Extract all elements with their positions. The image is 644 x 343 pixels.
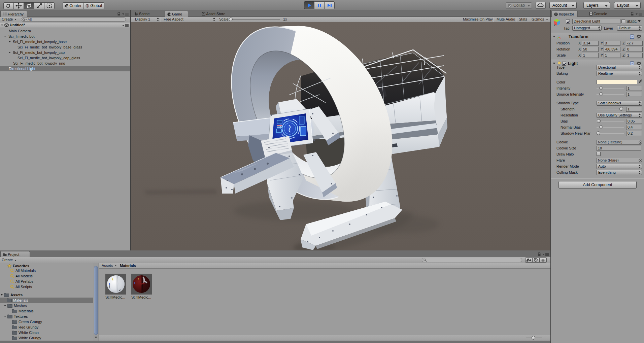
svg-text:?: ? xyxy=(631,35,633,38)
